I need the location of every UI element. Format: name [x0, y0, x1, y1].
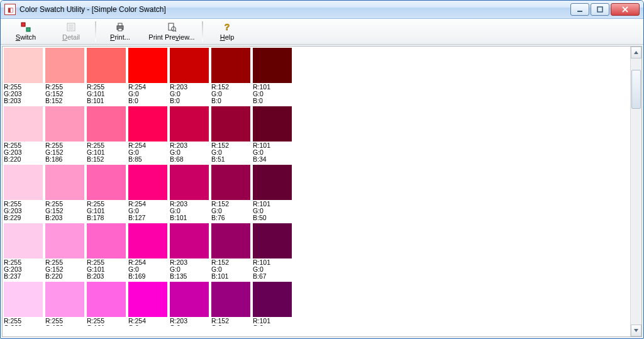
swatch-cell[interactable]: R:255 G:152 B:220	[45, 223, 84, 281]
swatch-cell[interactable]: R:255 G:101 B:101	[87, 48, 126, 105]
maximize-button[interactable]	[591, 3, 609, 16]
swatch-color	[128, 48, 167, 83]
swatch-cell[interactable]: R:254 G:0 B:0	[128, 48, 167, 105]
swatch-color	[87, 165, 126, 200]
swatch-row: R:255 G:203 B:237R:255 G:152 B:220R:255 …	[4, 223, 630, 282]
swatch-cell[interactable]: R:152 G:0 B:101	[211, 223, 250, 281]
swatch-cell[interactable]: R:255 G:152	[45, 282, 84, 326]
swatch-rgb-label: R:254 G:0 B:127	[128, 200, 167, 222]
swatch-color	[4, 223, 43, 258]
swatch-rgb-label: R:101 G:0 B:34	[253, 142, 292, 164]
swatch-cell[interactable]: R:101 G:0	[253, 282, 292, 326]
swatch-cell[interactable]: R:101 G:0 B:0	[253, 48, 292, 105]
printer-icon	[115, 22, 125, 32]
swatch-color	[211, 282, 250, 317]
swatch-cell[interactable]: R:203 G:0	[170, 282, 209, 326]
swatch-color	[211, 165, 250, 200]
swatch-rgb-label: R:101 G:0 B:67	[253, 258, 292, 281]
scroll-up-button[interactable]	[631, 47, 641, 58]
swatch-rgb-label: R:255 G:152 B:152	[45, 83, 84, 105]
print-button[interactable]: Print...	[97, 19, 143, 44]
swatch-rgb-label: R:255 G:101 B:101	[87, 83, 126, 105]
print-preview-label: Print Preview...	[148, 33, 194, 41]
detail-button[interactable]: Detail	[48, 19, 94, 44]
swatch-cell[interactable]: R:152 G:0	[211, 282, 250, 326]
scroll-track[interactable]	[631, 58, 641, 325]
swatch-color	[45, 48, 84, 83]
swatch-cell[interactable]: R:101 G:0 B:50	[253, 165, 292, 222]
swatch-row: R:255 G:203 B:220R:255 G:152 B:186R:255 …	[4, 106, 630, 165]
close-button[interactable]	[611, 3, 640, 16]
swatch-rgb-label: R:255 G:152 B:186	[45, 142, 84, 164]
swatch-color	[4, 48, 43, 83]
swatch-color	[170, 165, 209, 200]
swatch-cell[interactable]: R:255 G:203 B:220	[4, 106, 43, 164]
swatch-cell[interactable]: R:255 G:101 B:152	[87, 106, 126, 164]
swatch-color	[45, 165, 84, 200]
help-button[interactable]: ? Help	[204, 19, 250, 44]
swatch-cell[interactable]: R:152 G:0 B:51	[211, 106, 250, 164]
swatch-grid: R:255 G:203 B:203R:255 G:152 B:152R:255 …	[3, 47, 630, 336]
swatch-color	[45, 223, 84, 258]
app-window: ◧ Color Swatch Utility - [Simple Color S…	[0, 0, 644, 339]
swatch-cell[interactable]: R:101 G:0 B:67	[253, 223, 292, 281]
swatch-cell[interactable]: R:203 G:0 B:0	[170, 48, 209, 105]
swatch-cell[interactable]: R:255 G:152 B:152	[45, 48, 84, 105]
swatch-cell[interactable]: R:254 G:0 B:85	[128, 106, 167, 164]
toolbar-separator	[95, 21, 96, 42]
swatch-cell[interactable]: R:203 G:0 B:135	[170, 223, 209, 281]
swatch-cell[interactable]: R:255 G:101	[87, 282, 126, 326]
swatch-cell[interactable]: R:254 G:0	[128, 282, 167, 326]
swatch-rgb-label: R:203 G:0 B:68	[170, 142, 209, 164]
swatch-cell[interactable]: R:254 G:0 B:127	[128, 165, 167, 222]
swatch-cell[interactable]: R:203 G:0 B:101	[170, 165, 209, 222]
swatch-cell[interactable]: R:255 G:152 B:203	[45, 165, 84, 222]
swatch-rgb-label: R:101 G:0 B:50	[253, 200, 292, 222]
svg-rect-10	[118, 28, 122, 31]
swatch-rgb-label: R:255 G:203 B:237	[4, 258, 43, 281]
swatch-rgb-label: R:203 G:0 B:0	[170, 83, 209, 105]
swatch-rgb-label: R:152 G:0 B:51	[211, 142, 250, 164]
toolbar-separator	[202, 21, 203, 42]
swatch-rgb-label: R:255 G:203 B:220	[4, 142, 43, 164]
toolbar: Switch Detail Print... Print Preview... …	[1, 19, 643, 45]
swatch-rgb-label: R:254 G:0 B:85	[128, 142, 167, 164]
titlebar[interactable]: ◧ Color Swatch Utility - [Simple Color S…	[1, 1, 643, 19]
swatch-cell[interactable]: R:255 G:101 B:203	[87, 223, 126, 281]
swatch-row: R:255 G:203 B:203R:255 G:152 B:152R:255 …	[4, 48, 630, 106]
swatch-color	[128, 106, 167, 142]
vertical-scrollbar[interactable]	[630, 47, 641, 336]
swatch-cell[interactable]: R:152 G:0 B:0	[211, 48, 250, 105]
switch-label: Switch	[16, 33, 36, 41]
swatch-rgb-label: R:255 G:203 B:203	[4, 83, 43, 105]
print-preview-button[interactable]: Print Preview...	[143, 19, 201, 44]
swatch-cell[interactable]: R:255 G:152 B:186	[45, 106, 84, 164]
swatch-color	[253, 106, 292, 142]
swatch-cell[interactable]: R:203 G:0 B:68	[170, 106, 209, 164]
window-title: Color Swatch Utility - [Simple Color Swa…	[19, 5, 570, 14]
swatch-rgb-label: R:255 G:152 B:220	[45, 258, 84, 281]
swatch-cell[interactable]: R:255 G:203	[4, 282, 43, 326]
swatch-rgb-label: R:203 G:0 B:101	[170, 200, 209, 222]
swatch-cell[interactable]: R:254 G:0 B:169	[128, 223, 167, 281]
swatch-color	[170, 106, 209, 142]
swatch-color	[170, 223, 209, 258]
swatch-cell[interactable]: R:255 G:203 B:237	[4, 223, 43, 281]
swatch-color	[87, 282, 126, 317]
swatch-cell[interactable]: R:255 G:203 B:203	[4, 48, 43, 105]
swatch-cell[interactable]: R:255 G:101 B:178	[87, 165, 126, 222]
swatch-color	[253, 223, 292, 258]
scroll-down-button[interactable]	[631, 325, 641, 336]
swatch-color	[128, 165, 167, 200]
swatch-cell[interactable]: R:255 G:203 B:229	[4, 165, 43, 222]
swatch-cell[interactable]: R:101 G:0 B:34	[253, 106, 292, 164]
minimize-button[interactable]	[570, 3, 589, 16]
print-label: Print...	[110, 33, 130, 41]
swatch-cell[interactable]: R:152 G:0 B:76	[211, 165, 250, 222]
swatch-rgb-label: R:152 G:0	[211, 317, 250, 326]
swatch-rgb-label: R:255 G:101 B:178	[87, 200, 126, 222]
switch-button[interactable]: Switch	[3, 19, 48, 44]
swatch-color	[4, 282, 43, 317]
swatch-color	[4, 106, 43, 142]
scroll-thumb[interactable]	[631, 70, 641, 109]
